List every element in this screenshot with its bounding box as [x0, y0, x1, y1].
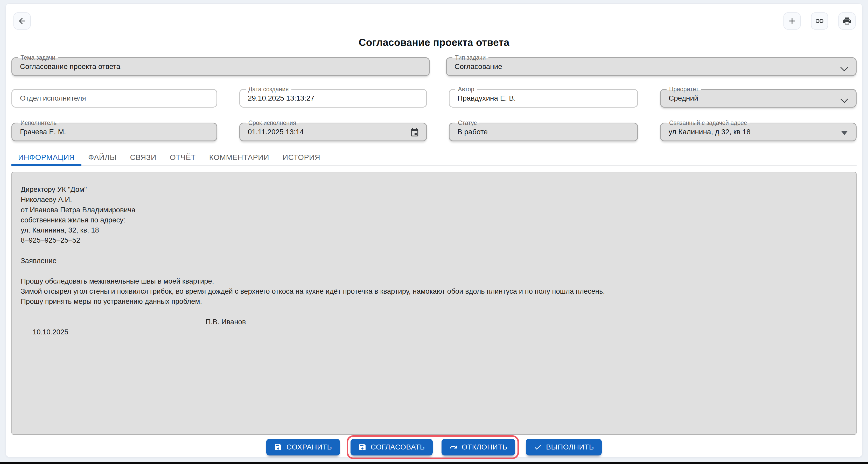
- executor-field: Исполнитель Грачева Е. М.: [11, 123, 217, 141]
- document-line: Прошу обследовать межпанельные швы в мое…: [21, 276, 846, 286]
- save-icon: [274, 443, 282, 451]
- priority-select-value: Средний: [661, 94, 716, 102]
- document-line: Заявление: [21, 256, 846, 266]
- tab-files[interactable]: ФАЙЛЫ: [82, 150, 123, 165]
- tab-information[interactable]: ИНФОРМАЦИЯ: [11, 150, 82, 165]
- type-select[interactable]: Тип задачи Согласование: [446, 57, 857, 76]
- add-button[interactable]: [783, 12, 801, 30]
- document-sign-row: 10.10.2025 П.В. Иванов: [21, 317, 846, 358]
- created-field-value: 29.10.2025 13:13:27: [240, 94, 333, 102]
- document-line: [21, 246, 846, 256]
- approve-button[interactable]: СОГЛАСОВАТЬ: [350, 439, 433, 456]
- chevron-down-icon: [840, 95, 848, 103]
- address-select[interactable]: Связанный с задачей адрес ул Калинина, д…: [660, 123, 857, 141]
- save-icon: [358, 443, 367, 451]
- created-field[interactable]: Дата создания 29.10.2025 13:13:27: [239, 89, 427, 107]
- execute-button-label: ВЫПОЛНИТЬ: [546, 443, 594, 451]
- redo-icon: [449, 443, 458, 451]
- highlighted-actions-outline: СОГЛАСОВАТЬ ОТКЛОНИТЬ: [347, 435, 519, 459]
- type-select-value: Согласование: [447, 62, 520, 71]
- status-field-value: В работе: [450, 128, 506, 136]
- execute-button[interactable]: ВЫПОЛНИТЬ: [526, 439, 602, 456]
- priority-select-label: Приоритет: [666, 86, 701, 93]
- document-line: [21, 307, 846, 317]
- document-line: [21, 266, 846, 276]
- deadline-field-label: Срок исполнения: [246, 120, 299, 126]
- tab-bar: ИНФОРМАЦИЯ ФАЙЛЫ СВЯЗИ ОТЧЁТ КОММЕНТАРИИ…: [11, 150, 857, 166]
- save-button[interactable]: СОХРАНИТЬ: [266, 439, 340, 456]
- check-icon: [533, 443, 542, 451]
- status-field: Статус В работе: [449, 123, 638, 141]
- chevron-down-icon: [840, 64, 848, 71]
- deadline-field-value: 01.11.2025 13:14: [240, 128, 322, 136]
- author-field[interactable]: Автор Правдухина Е. В.: [449, 89, 638, 107]
- task-card: Согласование проекта ответа Тема задачи …: [5, 3, 863, 457]
- link-icon: [815, 16, 824, 26]
- reject-button[interactable]: ОТКЛОНИТЬ: [441, 439, 516, 456]
- footer-actions: СОХРАНИТЬ СОГЛАСОВАТЬ ОТКЛОНИТЬ ВЫПОЛНИТ…: [6, 435, 862, 459]
- tab-report[interactable]: ОТЧЁТ: [163, 150, 203, 165]
- deadline-field: Срок исполнения 01.11.2025 13:14: [239, 123, 427, 141]
- theme-field-label: Тема задачи: [18, 54, 58, 61]
- executor-field-label: Исполнитель: [18, 120, 59, 126]
- document-line: Николаеву А.И.: [21, 194, 846, 205]
- document-line: 8–925–925–25–52: [21, 235, 846, 245]
- tab-links[interactable]: СВЯЗИ: [123, 150, 163, 165]
- department-input-placeholder: Отдел исполнителя: [12, 94, 104, 102]
- executor-field-value: Грачева Е. М.: [12, 128, 84, 136]
- bottom-edge-bar: [0, 462, 868, 464]
- status-field-label: Статус: [455, 120, 479, 126]
- back-button[interactable]: [13, 12, 31, 30]
- address-select-label: Связанный с задачей адрес: [666, 120, 749, 126]
- document-date: 10.10.2025: [33, 328, 68, 336]
- approve-button-label: СОГЛАСОВАТЬ: [371, 443, 425, 451]
- calendar-icon[interactable]: [410, 128, 420, 137]
- plus-icon: [787, 16, 797, 26]
- page-title: Согласование проекта ответа: [6, 37, 862, 48]
- reject-button-label: ОТКЛОНИТЬ: [462, 443, 508, 451]
- tab-comments[interactable]: КОММЕНТАРИИ: [203, 150, 276, 165]
- type-select-label: Тип задачи: [453, 54, 489, 61]
- address-select-value: ул Калинина, д 32, кв 18: [661, 128, 769, 136]
- document-line: ул. Калинина, 32, кв. 18: [21, 225, 846, 235]
- theme-field-value: Согласование проекта ответа: [12, 62, 138, 71]
- document-signature: П.В. Иванов: [206, 317, 246, 327]
- document-line: от Иванова Петра Владимировича: [21, 205, 846, 215]
- tab-history[interactable]: ИСТОРИЯ: [276, 150, 327, 165]
- toolbar-actions: [783, 12, 856, 30]
- save-button-label: СОХРАНИТЬ: [286, 443, 332, 451]
- theme-field: Тема задачи Согласование проекта ответа: [11, 57, 430, 76]
- created-field-label: Дата создания: [246, 86, 291, 93]
- link-button[interactable]: [811, 12, 828, 30]
- document-line: собственника жилья по адресу:: [21, 215, 846, 225]
- document-line: Директору УК "Дом": [21, 184, 846, 194]
- author-field-label: Автор: [455, 86, 477, 93]
- arrow-left-icon: [18, 16, 27, 26]
- document-line: Прошу принять меры по устранению данных …: [21, 296, 846, 306]
- triangle-down-icon: [841, 131, 847, 135]
- printer-icon: [842, 16, 852, 26]
- department-input[interactable]: Отдел исполнителя: [11, 89, 217, 107]
- document-textarea[interactable]: Директору УК "Дом" Николаеву А.И. от Ива…: [11, 172, 857, 435]
- document-line: Зимой отсырел угол стены и появился гриб…: [21, 286, 846, 296]
- print-button[interactable]: [838, 12, 856, 30]
- author-field-value: Правдухина Е. В.: [450, 94, 534, 102]
- priority-select[interactable]: Приоритет Средний: [660, 89, 857, 107]
